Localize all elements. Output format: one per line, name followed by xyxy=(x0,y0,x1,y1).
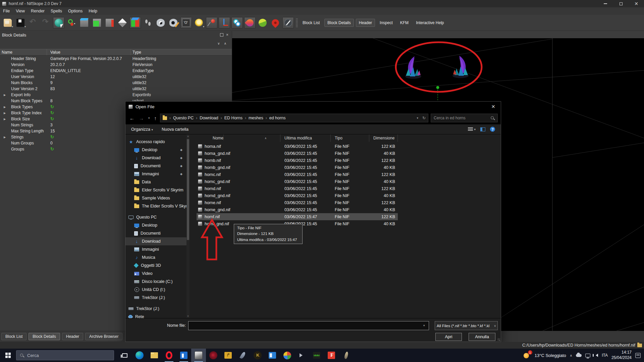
sidebar-item[interactable]: Accesso rapido ◆ xyxy=(125,138,186,146)
back-icon[interactable]: ← xyxy=(128,115,136,121)
file-row[interactable]: hornc.nif 03/06/2022 15:45 File NIF 122 … xyxy=(197,171,398,178)
screenshot-icon[interactable]: ▾ xyxy=(180,17,192,28)
normals-icon[interactable]: ▾ xyxy=(257,17,268,28)
breadcrumb-segment[interactable]: ed horns xyxy=(269,116,286,120)
quill-app-icon[interactable] xyxy=(235,349,250,362)
axes-icon[interactable]: ▾ xyxy=(219,17,230,28)
blue-app-icon[interactable] xyxy=(176,349,191,362)
sidebar-item[interactable]: Disco locale (C:) xyxy=(125,278,186,286)
hidden-icons-chevron[interactable]: ∧ xyxy=(570,354,572,357)
disable-icon[interactable]: ▾ xyxy=(282,17,294,28)
lighting-icon[interactable]: ▾ xyxy=(193,17,205,28)
panel-float-icon[interactable] xyxy=(220,33,223,37)
file-row[interactable]: hornb_gnd.nif 03/06/2022 15:45 File NIF … xyxy=(197,164,398,171)
red-pin-icon[interactable]: ▾ xyxy=(206,17,217,28)
search-box[interactable] xyxy=(431,114,498,122)
collapse-all-icon[interactable]: ∨ xyxy=(217,42,220,45)
menu-item[interactable]: File xyxy=(0,8,13,14)
help-icon[interactable]: ? xyxy=(490,127,495,132)
menu-item[interactable]: Options xyxy=(65,8,86,14)
perspective-cube-icon[interactable]: ▾ xyxy=(129,17,141,28)
organize-button[interactable]: Organizza ▾ xyxy=(131,127,153,132)
marker-pin-icon[interactable]: ▾ xyxy=(270,17,281,28)
save-icon[interactable]: ▾ xyxy=(15,17,26,28)
menu-item[interactable]: Help xyxy=(86,8,100,14)
file-explorer-icon[interactable] xyxy=(147,349,162,362)
scroll-down-icon[interactable]: ∨ xyxy=(186,315,190,317)
file-row[interactable]: hornd.nif 03/06/2022 15:45 File NIF 122 … xyxy=(197,185,398,192)
select-vertex-icon[interactable]: ▾ xyxy=(66,17,77,28)
column-name[interactable]: Nome∧ xyxy=(197,134,280,142)
sidebar-item[interactable]: Immagini xyxy=(125,245,186,253)
view-top-icon[interactable]: ▾ xyxy=(78,17,90,28)
sidebar-item[interactable]: Oggetti 3D xyxy=(125,261,186,269)
file-row[interactable]: horne.nif 03/06/2022 15:45 File NIF 122 … xyxy=(197,199,398,206)
show-nodes-icon[interactable]: ▾ xyxy=(155,17,166,28)
walk-mode-icon[interactable]: ▾ xyxy=(142,17,154,28)
refresh-address-icon[interactable]: ↻ xyxy=(422,116,426,120)
dock-tab[interactable]: Block Details xyxy=(29,333,60,340)
sidebar-item[interactable]: Elder Scrolls V Skyrim ◆ xyxy=(125,186,186,194)
sidebar-item[interactable]: Musica xyxy=(125,253,186,261)
dialog-close-icon[interactable]: ✕ xyxy=(486,102,501,112)
file-row[interactable]: hornf.nif 03/06/2022 15:47 File NIF 122 … xyxy=(197,213,398,220)
table-row[interactable]: ▶ Export Info ↻ ExportInfo xyxy=(0,92,232,98)
sidebar-item[interactable]: The Elder Scrolls V Skyri ◆ xyxy=(125,202,186,210)
open-button[interactable]: Apri xyxy=(435,333,462,341)
expand-all-icon[interactable]: ∧ xyxy=(224,42,226,45)
toolbar-text-button[interactable]: Header xyxy=(356,19,375,27)
toolbar-text-button[interactable]: KFM xyxy=(397,19,411,26)
teal-pins-icon[interactable]: ▾ xyxy=(231,17,243,28)
book-app-icon[interactable] xyxy=(221,349,235,362)
file-row[interactable]: horne_gnd.nif 03/06/2022 15:45 File NIF … xyxy=(197,206,398,213)
up-icon[interactable]: ↑ xyxy=(153,115,158,121)
address-dropdown-icon[interactable]: ▾ xyxy=(417,116,418,120)
view-front-icon[interactable]: ▾ xyxy=(91,17,103,28)
speaker-app-icon[interactable] xyxy=(294,349,309,362)
clock[interactable]: 14:17 25/04/2024 xyxy=(611,350,632,360)
taskbar-search-input[interactable] xyxy=(27,353,110,358)
table-header[interactable]: Name Value Type xyxy=(0,49,232,56)
edit-view-icon[interactable]: ▾ xyxy=(168,17,179,28)
toolbar-text-button[interactable]: Interactive Help xyxy=(413,19,446,26)
file-row[interactable]: hornb.nif 03/06/2022 15:45 File NIF 122 … xyxy=(197,157,398,164)
sidebar-item[interactable]: Video xyxy=(125,269,186,278)
f-app-icon[interactable] xyxy=(324,349,339,362)
panel-close-icon[interactable]: × xyxy=(226,33,228,37)
sidebar-item[interactable]: Download ◆ xyxy=(125,154,186,162)
file-row[interactable]: hornc_gnd.nif 03/06/2022 15:45 File NIF … xyxy=(197,178,398,185)
expand-arrow-icon[interactable]: ▶ xyxy=(4,94,6,97)
network-icon[interactable] xyxy=(585,354,590,357)
toolbar-text-button[interactable]: Block Details xyxy=(324,19,354,27)
expand-arrow-icon[interactable]: ▶ xyxy=(4,106,6,109)
column-modified[interactable]: Ultima modifica xyxy=(280,134,331,142)
sidebar-item[interactable]: Rete xyxy=(125,313,186,318)
sidebar-item[interactable]: Desktop ◆ xyxy=(125,146,186,154)
palette-app-icon[interactable] xyxy=(280,349,294,362)
sidebar-item[interactable]: TrekStor (J:) xyxy=(125,305,186,313)
edge-icon[interactable] xyxy=(132,349,147,362)
volume-icon[interactable] xyxy=(594,354,598,357)
table-row[interactable]: ▶ Num Blocks ↻9 ulittle32 xyxy=(0,80,232,86)
mmm-app-icon[interactable] xyxy=(309,349,324,362)
file-row[interactable]: hornd_gnd.nif 03/06/2022 15:45 File NIF … xyxy=(197,192,398,199)
sidebar-item[interactable]: Desktop xyxy=(125,221,186,229)
blue-window-icon[interactable] xyxy=(265,349,280,362)
start-button[interactable] xyxy=(0,349,16,362)
view-mode-button[interactable]: ▾ xyxy=(468,127,476,131)
sidebar-item[interactable]: Documenti ◆ xyxy=(125,162,186,170)
sidebar-scrollbar[interactable]: ∧ ∨ xyxy=(186,134,190,318)
forward-icon[interactable]: → xyxy=(138,115,145,121)
table-row[interactable]: ▶ Header String ↻Gamebryo File Format, V… xyxy=(0,56,232,62)
redo-icon[interactable]: ▾ xyxy=(40,17,52,28)
close-button[interactable]: ✕ xyxy=(629,0,644,7)
expand-arrow-icon[interactable]: ▶ xyxy=(4,136,6,139)
sidebar-item[interactable]: Immagini ◆ xyxy=(125,170,186,178)
red-game-icon[interactable] xyxy=(206,349,221,362)
load-icon[interactable]: ▾ xyxy=(2,17,13,28)
sidebar-item[interactable]: Sample Videos ◆ xyxy=(125,194,186,202)
table-row[interactable]: ▶ User Version 2 ↻83 ulittle32 xyxy=(0,86,232,92)
recent-locations-icon[interactable]: ▾ xyxy=(147,116,151,120)
menu-item[interactable]: Render xyxy=(28,8,48,14)
table-row[interactable]: ▶ Endian Type ↻ENDIAN_LITTLE EndianType xyxy=(0,68,232,74)
